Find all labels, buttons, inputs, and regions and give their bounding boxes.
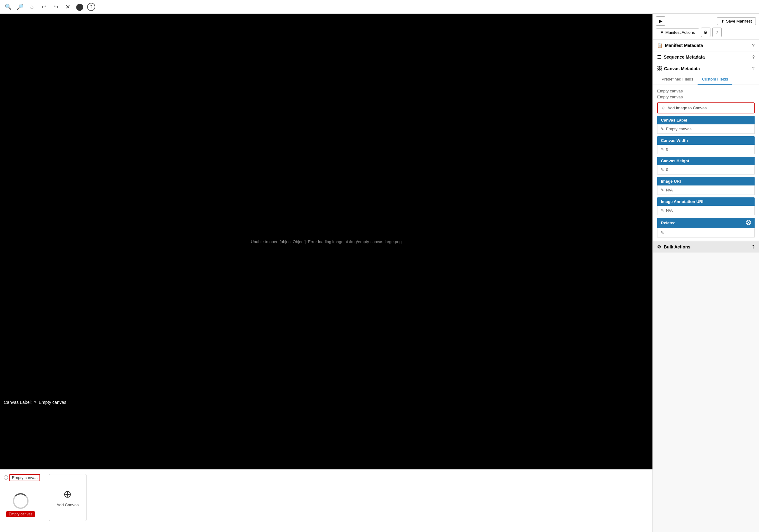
add-image-to-canvas-button[interactable]: ⊕ Add Image to Canvas bbox=[657, 102, 755, 113]
empty-canvas-line1: Empty canvas bbox=[657, 88, 755, 94]
image-annotation-uri-edit-icon[interactable]: ✎ bbox=[660, 208, 664, 213]
help-icon[interactable]: ? bbox=[87, 3, 95, 11]
related-edit-icon[interactable]: ✎ bbox=[660, 230, 664, 235]
rph-row1: ▶ ⬆ Save Manifest bbox=[656, 16, 756, 26]
bulk-actions-gear-icon: ⚙ bbox=[657, 245, 661, 249]
save-manifest-icon: ⬆ bbox=[721, 19, 725, 23]
canvas-area: Unable to open [object Object]: Error lo… bbox=[0, 14, 653, 469]
gear-icon: ⚙ bbox=[703, 30, 708, 35]
close-icon[interactable]: ✕ bbox=[63, 3, 72, 11]
image-annotation-uri-value-row[interactable]: ✎ N/A bbox=[657, 206, 755, 215]
canvas-width-group: Canvas Width ✎ 0 bbox=[657, 134, 755, 154]
canvas-height-edit-icon[interactable]: ✎ bbox=[660, 167, 664, 172]
canvas-label-prefix: Canvas Label: bbox=[4, 400, 32, 405]
sequence-metadata-icon: ☰ bbox=[657, 55, 661, 59]
image-annotation-uri-group: Image Annotation URI ✎ N/A bbox=[657, 195, 755, 215]
right-panel-scroll[interactable]: 📋 Manifest Metadata ? ☰ Sequence Metadat… bbox=[653, 40, 759, 532]
panel-help-button[interactable]: ? bbox=[712, 27, 722, 37]
right-panel-header: ▶ ⬆ Save Manifest ▼ Manifest Actions ⚙ ? bbox=[653, 14, 759, 40]
bulk-actions-label: Bulk Actions bbox=[664, 245, 690, 249]
sequence-metadata-help-icon[interactable]: ? bbox=[752, 55, 755, 59]
image-uri-display: N/A bbox=[666, 188, 673, 192]
canvas-width-display: 0 bbox=[666, 147, 668, 152]
canvas-error-message: Unable to open [object Object]: Error lo… bbox=[251, 239, 401, 244]
fields-area: Empty canvas Empty canvas ⊕ Add Image to… bbox=[653, 85, 759, 241]
related-header: Related ⓧ bbox=[657, 218, 755, 228]
collapse-icon: ▶ bbox=[659, 19, 662, 23]
related-value-row[interactable]: ✎ bbox=[657, 228, 755, 238]
canvas-thumb-section: ⓘ Empty canvas Empty canvas bbox=[4, 473, 40, 517]
canvas-width-value-row[interactable]: ✎ 0 bbox=[657, 145, 755, 154]
canvas-label-bar: Canvas Label: ✎ Empty canvas bbox=[0, 398, 70, 407]
canvas-thumb-label[interactable]: Empty canvas bbox=[9, 474, 40, 481]
gear-button[interactable]: ⚙ bbox=[701, 27, 710, 37]
canvas-height-group: Canvas Height ✎ 0 bbox=[657, 154, 755, 174]
canvas-metadata-header[interactable]: 🖼 Canvas Metadata ? bbox=[653, 63, 759, 74]
manifest-actions-button[interactable]: ▼ Manifest Actions bbox=[656, 28, 699, 36]
canvas-height-header: Canvas Height bbox=[657, 157, 755, 165]
canvas-label-edit-icon[interactable]: ✎ bbox=[34, 400, 37, 404]
home-icon[interactable]: ⌂ bbox=[27, 3, 36, 11]
collapse-panel-button[interactable]: ▶ bbox=[656, 16, 665, 26]
toggle-icon[interactable]: ⬤ bbox=[75, 3, 84, 11]
canvas-thumb: Empty canvas bbox=[6, 484, 35, 517]
bulk-actions-bar[interactable]: ⚙ Bulk Actions ? bbox=[653, 241, 759, 252]
image-annotation-uri-header: Image Annotation URI bbox=[657, 197, 755, 206]
main-area: Unable to open [object Object]: Error lo… bbox=[0, 14, 759, 532]
save-manifest-button[interactable]: ⬆ Save Manifest bbox=[717, 17, 756, 25]
canvas-width-edit-icon[interactable]: ✎ bbox=[660, 147, 664, 152]
sequence-metadata-section[interactable]: ☰ Sequence Metadata ? bbox=[653, 52, 759, 63]
manifest-metadata-help-icon[interactable]: ? bbox=[752, 43, 755, 48]
canvas-label-edit-icon[interactable]: ✎ bbox=[660, 127, 664, 131]
fields-area-inner: Empty canvas Empty canvas ⊕ Add Image to… bbox=[657, 88, 755, 238]
zoom-out-icon[interactable]: 🔎 bbox=[16, 3, 24, 11]
empty-canvas-line2: Empty canvas bbox=[657, 94, 755, 100]
zoom-in-icon[interactable]: 🔍 bbox=[4, 3, 13, 11]
rph-row2: ▼ Manifest Actions ⚙ ? bbox=[656, 27, 756, 37]
predefined-fields-tab[interactable]: Predefined Fields bbox=[657, 74, 698, 85]
canvas-label-value: Empty canvas bbox=[39, 400, 66, 405]
bulk-actions-help-icon[interactable]: ? bbox=[752, 245, 755, 249]
redo-icon[interactable]: ↪ bbox=[51, 3, 60, 11]
add-canvas-button[interactable]: ⊕ Add Canvas bbox=[49, 474, 87, 521]
undo-icon[interactable]: ↩ bbox=[39, 3, 48, 11]
canvas-metadata-section: 🖼 Canvas Metadata ? Predefined Fields Cu… bbox=[653, 63, 759, 241]
save-manifest-label: Save Manifest bbox=[726, 19, 752, 23]
custom-fields-tab[interactable]: Custom Fields bbox=[698, 74, 732, 85]
canvas-metadata-icon: 🖼 bbox=[657, 66, 661, 71]
related-close-icon[interactable]: ⓧ bbox=[746, 220, 751, 226]
canvas-height-display: 0 bbox=[666, 167, 668, 172]
image-uri-edit-icon[interactable]: ✎ bbox=[660, 188, 664, 192]
canvas-label-value-row[interactable]: ✎ Empty canvas bbox=[657, 124, 755, 134]
add-canvas-label: Add Canvas bbox=[57, 503, 79, 507]
canvas-label-header: Canvas Label bbox=[657, 116, 755, 124]
canvas-width-header: Canvas Width bbox=[657, 136, 755, 145]
canvas-thumb-help: ⓘ Empty canvas bbox=[4, 474, 40, 481]
sequence-metadata-label: Sequence Metadata bbox=[664, 55, 705, 59]
canvas-help-circle-icon[interactable]: ⓘ bbox=[4, 475, 8, 480]
manifest-metadata-section[interactable]: 📋 Manifest Metadata ? bbox=[653, 40, 759, 52]
add-image-plus-icon: ⊕ bbox=[662, 106, 666, 110]
related-label: Related bbox=[661, 221, 676, 225]
image-uri-header: Image URI bbox=[657, 177, 755, 185]
canvas-height-value-row[interactable]: ✎ 0 bbox=[657, 165, 755, 174]
image-annotation-uri-display: N/A bbox=[666, 208, 673, 213]
image-uri-value-row[interactable]: ✎ N/A bbox=[657, 185, 755, 195]
image-uri-group: Image URI ✎ N/A bbox=[657, 174, 755, 195]
canvas-label-group: Canvas Label ✎ Empty canvas bbox=[657, 113, 755, 134]
canvas-loading-spinner bbox=[13, 493, 28, 509]
manifest-actions-label: Manifest Actions bbox=[665, 30, 695, 35]
right-panel: ▶ ⬆ Save Manifest ▼ Manifest Actions ⚙ ? bbox=[653, 14, 759, 532]
toolbar: 🔍 🔎 ⌂ ↩ ↪ ✕ ⬤ ? bbox=[0, 0, 759, 14]
manifest-actions-dropdown-icon: ▼ bbox=[660, 30, 664, 35]
manifest-metadata-label: Manifest Metadata bbox=[665, 43, 703, 48]
canvas-metadata-label: Canvas Metadata bbox=[664, 66, 700, 71]
manifest-metadata-icon: 📋 bbox=[657, 43, 662, 48]
add-image-label: Add Image to Canvas bbox=[667, 106, 707, 110]
canvas-thumb-badge: Empty canvas bbox=[6, 511, 35, 517]
canvas-label-display: Empty canvas bbox=[666, 127, 692, 131]
canvas-metadata-tabs: Predefined Fields Custom Fields bbox=[653, 74, 759, 85]
canvas-metadata-help-icon[interactable]: ? bbox=[752, 66, 755, 71]
panel-help-icon: ? bbox=[716, 30, 718, 35]
bottom-strip: ⓘ Empty canvas Empty canvas ⊕ Add Canvas bbox=[0, 469, 653, 532]
